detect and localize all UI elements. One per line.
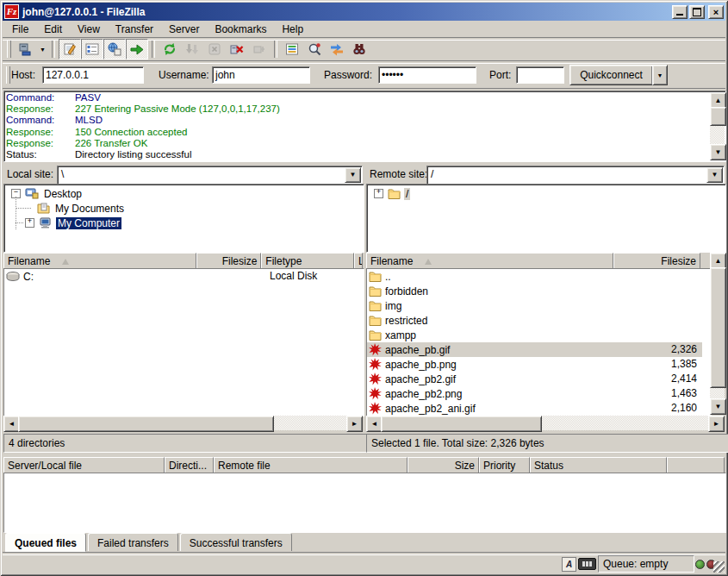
toggle-transfer-queue-button[interactable] (126, 39, 148, 59)
queue-column-size[interactable]: Size (408, 457, 479, 473)
toggle-message-log-button[interactable] (59, 39, 81, 59)
minimize-button[interactable] (672, 5, 688, 19)
directory-comparison-button[interactable] (303, 39, 326, 59)
remote-hscrollbar[interactable]: ◄ ► (366, 416, 725, 430)
menu-edit[interactable]: Edit (36, 22, 70, 37)
image-icon (369, 402, 382, 415)
site-manager-button[interactable] (15, 39, 37, 59)
queue-column-priority[interactable]: Priority (479, 457, 530, 473)
file-name-text: forbidden (385, 285, 428, 297)
scroll-down-button[interactable]: ▼ (710, 398, 726, 415)
password-input[interactable] (378, 66, 476, 84)
column-header-filesize[interactable]: Filesize (196, 253, 261, 269)
log-line-label: Status: (6, 149, 75, 160)
tree-item-item[interactable]: +/ (369, 186, 724, 201)
column-header-filesize[interactable]: Filesize (613, 253, 700, 269)
cancel-operation-button (203, 39, 226, 59)
scroll-thumb[interactable] (381, 416, 542, 432)
file-row-img[interactable]: img (367, 298, 702, 313)
column-header-label: L (358, 255, 363, 267)
file-row-c[interactable]: C:Local Disk (4, 269, 364, 284)
site-manager-dropdown[interactable]: ▼ (37, 40, 48, 59)
quickconnect-button-label: Quickconnect (580, 69, 643, 81)
scroll-right-button[interactable]: ► (708, 416, 725, 432)
find-files-button[interactable] (348, 39, 370, 59)
toggle-remote-tree-button[interactable] (103, 39, 126, 59)
menu-server[interactable]: Server (161, 22, 207, 37)
column-header-filetype[interactable]: Filetype (261, 253, 354, 269)
refresh-button[interactable] (159, 39, 181, 59)
folder-icon (369, 285, 382, 297)
file-row-apache-pb2-gif[interactable]: apache_pb2.gif2,414 (367, 372, 702, 386)
scroll-down-button[interactable]: ▼ (710, 144, 726, 160)
tree-item-my-documents[interactable]: My Documents (6, 201, 362, 216)
file-name-text: xampp (385, 329, 416, 341)
filter-button[interactable] (281, 39, 303, 59)
file-row-item[interactable]: .. (367, 269, 702, 284)
username-label: Username: (159, 69, 209, 81)
file-type: Local Disk (270, 270, 317, 282)
file-row-apache-pb-png[interactable]: apache_pb.png1,385 (367, 357, 702, 372)
remote-site-combo[interactable]: / ▼ (426, 166, 725, 185)
synchronized-browsing-button[interactable] (326, 39, 348, 59)
local-site-dropdown[interactable]: ▼ (345, 167, 361, 183)
host-input[interactable] (42, 66, 144, 84)
local-file-rows: C:Local Disk (4, 269, 364, 284)
column-header-filename[interactable]: Filename (3, 253, 196, 269)
queue-column-remote-file[interactable]: Remote file (214, 457, 408, 473)
file-row-restricted[interactable]: restricted (367, 313, 702, 328)
quickconnect-dropdown[interactable]: ▼ (652, 65, 668, 85)
local-hscrollbar[interactable]: ◄ ► (3, 416, 363, 430)
ascii-datatype-icon[interactable]: A (562, 557, 576, 572)
close-button[interactable]: × (708, 5, 724, 19)
username-input[interactable] (212, 66, 310, 84)
menu-bookmarks[interactable]: Bookmarks (207, 22, 274, 37)
tab-failed-transfers[interactable]: Failed transfers (88, 533, 178, 551)
sort-ascending-icon (425, 259, 432, 265)
tree-item-my-computer[interactable]: +My Computer (6, 216, 362, 230)
tab-queued-files[interactable]: Queued files (5, 533, 86, 552)
remote-site-dropdown[interactable]: ▼ (706, 167, 723, 183)
file-size: 2,160 (613, 402, 697, 414)
menu-view[interactable]: View (70, 22, 108, 37)
speed-limit-icon[interactable] (578, 558, 596, 570)
scroll-thumb[interactable] (18, 416, 274, 432)
local-site-combo[interactable]: \ ▼ (57, 166, 363, 185)
log-line-message: 150 Connection accepted (75, 127, 187, 137)
expand-icon[interactable]: + (25, 218, 34, 228)
folder-icon (369, 315, 382, 326)
expand-icon[interactable]: + (374, 189, 383, 198)
file-name: xampp (369, 328, 416, 342)
toggle-local-tree-button[interactable] (81, 39, 103, 59)
menu-file[interactable]: File (4, 22, 36, 37)
log-scrollbar[interactable]: ▲ ▼ (710, 92, 725, 160)
scroll-thumb[interactable] (710, 107, 726, 126)
file-row-apache-pb-gif[interactable]: apache_pb.gif2,326 (367, 342, 702, 357)
disconnect-button[interactable] (226, 39, 248, 59)
queue-column-server-local-file[interactable]: Server/Local file (3, 457, 165, 473)
port-input[interactable] (516, 66, 564, 84)
file-row-apache-pb2-png[interactable]: apache_pb2.png1,463 (367, 386, 702, 401)
scroll-right-button[interactable]: ► (346, 416, 363, 432)
queue-column-status[interactable]: Status (530, 457, 667, 473)
quickconnect-button[interactable]: Quickconnect (569, 65, 653, 85)
resize-grip[interactable] (713, 561, 725, 573)
reconnect-icon (252, 42, 266, 56)
scroll-thumb[interactable] (710, 267, 726, 388)
remote-vscrollbar[interactable]: ▲ ▼ (710, 253, 725, 415)
menu-help[interactable]: Help (274, 22, 311, 37)
file-row-apache-pb2-ani-gif[interactable]: apache_pb2_ani.gif2,160 (367, 401, 702, 416)
log-line: Command:MLSD (6, 115, 709, 126)
folder-icon (369, 300, 382, 311)
file-row-forbidden[interactable]: forbidden (367, 284, 702, 298)
remote-file-rows: ..forbiddenimgrestrictedxamppapache_pb.g… (367, 269, 711, 416)
queue-column-directi[interactable]: Directi... (165, 457, 214, 473)
tree-item-desktop[interactable]: −Desktop (6, 186, 362, 201)
maximize-button[interactable] (689, 5, 705, 19)
column-header-filename[interactable]: Filename (366, 253, 613, 269)
column-header-l[interactable]: L (354, 253, 363, 269)
folder-icon (369, 329, 382, 341)
menu-transfer[interactable]: Transfer (108, 22, 161, 37)
tab-successful-transfers[interactable]: Successful transfers (180, 533, 292, 551)
file-row-xampp[interactable]: xampp (367, 328, 702, 342)
